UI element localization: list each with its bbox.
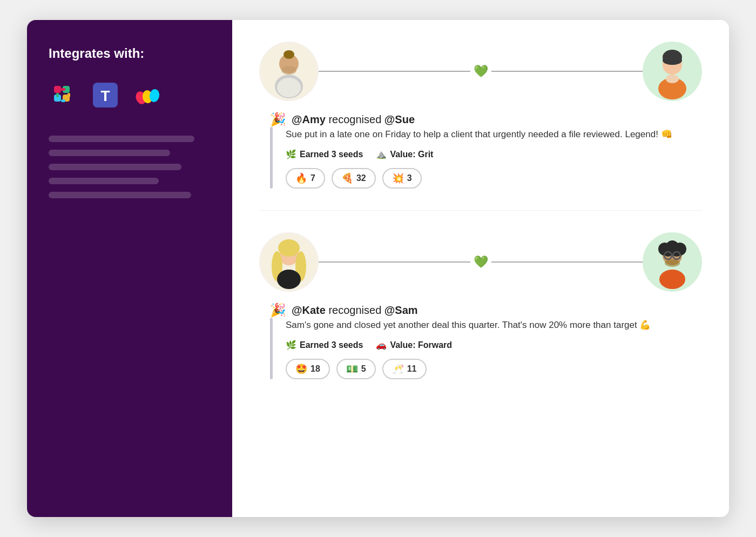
seeds-emoji-1: 🌿	[286, 149, 296, 159]
svg-point-42	[659, 270, 685, 289]
avatar-amy	[259, 42, 319, 101]
party-emoji-2: 🎉	[270, 303, 286, 318]
seeds-emoji-2: 🌿	[286, 340, 296, 350]
pizza-count-1: 32	[356, 173, 366, 183]
reaction-row-1: 🔥 7 🍕 32 💥 3	[286, 168, 702, 189]
meta-row-1: 🌿 Earned 3 seeds ⛰️ Value: Grit	[286, 149, 702, 159]
message-content-1: Sue put in a late one on Friday to help …	[286, 127, 702, 189]
heart-icon-1: 💚	[470, 63, 491, 79]
svg-rect-7	[68, 93, 70, 97]
value-label-2: Value: Forward	[390, 340, 452, 350]
cheers-emoji: 🥂	[392, 363, 404, 375]
teams-icon: T	[91, 80, 120, 110]
svg-rect-5	[61, 99, 65, 102]
slack-icon	[49, 80, 78, 110]
reaction-row-2: 🤩 18 💵 5 🥂 11	[286, 359, 702, 379]
recognition-label-2: 🎉 @Kate recognised @Sam	[270, 303, 702, 318]
seeds-badge-2: 🌿 Earned 3 seeds	[286, 340, 363, 350]
sender-name-2: @Kate	[292, 304, 326, 316]
star-emoji: 🤩	[295, 363, 307, 375]
vertical-bar-2	[270, 318, 273, 379]
avatar-row-1: 💚	[259, 42, 702, 101]
svg-point-24	[666, 75, 679, 83]
value-badge-1: ⛰️ Value: Grit	[376, 149, 433, 159]
message-block-1: Sue put in a late one on Friday to help …	[270, 127, 702, 189]
sidebar-bar-5	[49, 192, 191, 198]
value-label-1: Value: Grit	[390, 150, 433, 159]
connector-line-2: 💚	[319, 261, 643, 263]
recognised-word-2: recognised	[328, 304, 384, 316]
recognition-card-1: 💚	[259, 42, 702, 189]
avatar-sue	[643, 42, 702, 101]
sidebar-bar-2	[49, 150, 170, 156]
connector-line-1: 💚	[319, 71, 643, 72]
reaction-money-2[interactable]: 💵 5	[336, 359, 376, 379]
sidebar: Integrates with:	[27, 20, 232, 517]
reaction-pizza-1[interactable]: 🍕 32	[332, 168, 376, 189]
sidebar-title: Integrates with:	[49, 46, 211, 61]
reaction-fire-1[interactable]: 🔥 7	[286, 168, 325, 189]
recognition-card-2: 💚	[259, 232, 702, 379]
monday-icon	[133, 80, 162, 110]
reaction-star-2[interactable]: 🤩 18	[286, 359, 330, 379]
value-badge-2: 🚗 Value: Forward	[376, 340, 452, 350]
avatar-kate	[259, 232, 319, 292]
money-emoji: 💵	[346, 363, 358, 375]
receiver-name-1: @Sue	[384, 113, 415, 125]
card-divider	[259, 210, 702, 211]
value-emoji-1: ⛰️	[376, 149, 387, 159]
avatar-sam	[643, 232, 702, 292]
app-container: Integrates with:	[27, 20, 729, 517]
meta-row-2: 🌿 Earned 3 seeds 🚗 Value: Forward	[286, 340, 702, 350]
cheers-count-2: 11	[407, 364, 417, 374]
svg-point-15	[284, 50, 294, 59]
star-count-2: 18	[310, 364, 320, 374]
value-emoji-2: 🚗	[376, 340, 387, 350]
recognition-text-2: @Kate recognised @Sam	[292, 304, 418, 317]
sender-name-1: @Amy	[292, 113, 326, 125]
sidebar-bar-3	[49, 164, 181, 170]
svg-point-30	[277, 270, 301, 289]
svg-rect-0	[54, 86, 61, 93]
reaction-cheers-2[interactable]: 🥂 11	[382, 359, 427, 379]
boom-count-1: 3	[407, 173, 412, 183]
svg-point-27	[278, 239, 300, 257]
svg-point-41	[665, 259, 680, 267]
message-block-2: Sam's gone and closed yet another deal t…	[270, 318, 702, 379]
fire-emoji: 🔥	[295, 172, 307, 184]
message-text-1: Sue put in a late one on Friday to help …	[286, 127, 702, 142]
svg-point-18	[281, 66, 296, 75]
sidebar-bar-4	[49, 178, 159, 184]
recognised-word-1: recognised	[328, 113, 384, 125]
reaction-boom-1[interactable]: 💥 3	[382, 168, 422, 189]
svg-point-22	[663, 56, 682, 65]
vertical-bar-1	[270, 127, 273, 189]
heart-icon-2: 💚	[470, 254, 491, 270]
svg-text:T: T	[100, 88, 110, 104]
seeds-label-2: Earned 3 seeds	[300, 340, 363, 350]
sidebar-bars	[49, 136, 211, 198]
boom-emoji: 💥	[392, 172, 404, 184]
message-content-2: Sam's gone and closed yet another deal t…	[286, 318, 702, 379]
message-text-2: Sam's gone and closed yet another deal t…	[286, 318, 702, 332]
svg-rect-6	[56, 93, 59, 97]
main-content: 💚	[232, 20, 729, 517]
party-emoji-1: 🎉	[270, 112, 286, 127]
pizza-emoji: 🍕	[341, 172, 353, 184]
recognition-label-1: 🎉 @Amy recognised @Sue	[270, 112, 702, 127]
avatar-row-2: 💚	[259, 232, 702, 292]
money-count-2: 5	[361, 364, 366, 374]
svg-rect-4	[61, 88, 65, 91]
fire-count-1: 7	[310, 173, 315, 183]
seeds-badge-1: 🌿 Earned 3 seeds	[286, 149, 363, 159]
receiver-name-2: @Sam	[384, 304, 418, 316]
seeds-label-1: Earned 3 seeds	[300, 150, 363, 159]
svg-point-17	[277, 78, 301, 97]
recognition-text-1: @Amy recognised @Sue	[292, 113, 415, 126]
sidebar-bar-1	[49, 136, 194, 142]
integrations-row: T	[49, 80, 211, 110]
